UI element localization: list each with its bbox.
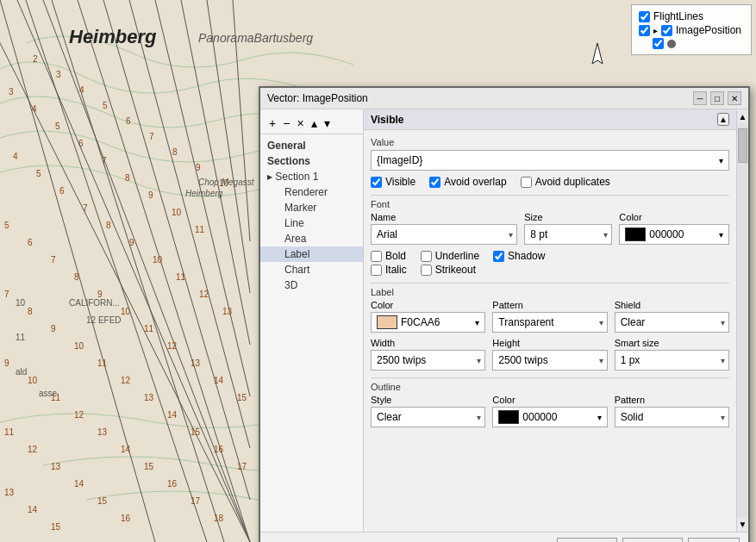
- font-name-select[interactable]: Arial: [371, 224, 517, 245]
- underline-checkbox[interactable]: [421, 251, 432, 262]
- font-color-hex: 000000: [649, 228, 684, 240]
- visible-collapse-btn[interactable]: ▲: [717, 113, 729, 126]
- minimize-btn[interactable]: ─: [693, 91, 707, 105]
- svg-text:15: 15: [191, 427, 201, 437]
- label-smart-size-select-wrap[interactable]: 1 px: [615, 350, 729, 371]
- sidebar-renderer[interactable]: Renderer: [260, 184, 363, 200]
- italic-checkbox[interactable]: [371, 265, 382, 276]
- avoid-overlap-label[interactable]: Avoid overlap: [429, 176, 507, 188]
- svg-text:7: 7: [4, 290, 9, 299]
- sidebar-line[interactable]: Line: [260, 215, 363, 231]
- svg-text:8: 8: [28, 307, 33, 316]
- outline-pattern-select-wrap[interactable]: Solid: [615, 407, 729, 427]
- label-shield-field: Shield Clear: [615, 300, 729, 333]
- bold-label[interactable]: Bold: [371, 250, 407, 262]
- underline-label[interactable]: Underline: [421, 250, 479, 262]
- svg-text:8: 8: [74, 272, 79, 282]
- strikeout-checkbox[interactable]: [421, 265, 432, 276]
- label-shield-select[interactable]: Clear: [615, 312, 729, 333]
- label-color-swatch[interactable]: F0CAA6 ▾: [371, 312, 485, 333]
- label-color-field: Color F0CAA6 ▾: [371, 300, 485, 333]
- sidebar-section1-expand[interactable]: ▸ Section 1: [260, 169, 363, 184]
- value-dropdown[interactable]: {ImageID} ▾: [371, 150, 729, 171]
- layer-flightlines-checkbox[interactable]: [639, 11, 650, 22]
- sidebar-general[interactable]: General: [260, 138, 363, 153]
- bold-checkbox[interactable]: [371, 251, 382, 262]
- visible-checkbox[interactable]: [371, 177, 382, 188]
- font-name-select-wrap[interactable]: Arial: [371, 224, 517, 245]
- avoid-duplicates-checkbox[interactable]: [521, 177, 532, 188]
- avoid-overlap-checkbox[interactable]: [429, 177, 440, 188]
- scroll-up-arrow[interactable]: ▲: [736, 109, 750, 124]
- sidebar-chart[interactable]: Chart: [260, 262, 363, 277]
- label-pattern-label: Pattern: [492, 300, 607, 310]
- scrollbar-track[interactable]: [737, 124, 748, 517]
- visible-label: Visible: [371, 114, 403, 126]
- svg-text:CALIFORN...: CALIFORN...: [69, 298, 120, 308]
- strikeout-label[interactable]: Strikeout: [421, 264, 479, 276]
- outline-style-field: Style Clear: [371, 395, 485, 427]
- svg-text:5: 5: [103, 101, 108, 110]
- ok-button[interactable]: OK: [557, 538, 617, 542]
- avoid-duplicates-text: Avoid duplicates: [535, 176, 610, 188]
- svg-text:17: 17: [191, 496, 201, 506]
- label-pattern-select-wrap[interactable]: Transparent: [492, 312, 607, 333]
- font-section: Font Name Arial Size: [371, 199, 729, 276]
- label-width-select[interactable]: 2500 twips: [371, 350, 485, 371]
- visible-section-header: Visible ▲: [364, 109, 736, 130]
- layer-flightlines[interactable]: FlightLines: [639, 10, 744, 22]
- svg-text:10: 10: [121, 307, 131, 316]
- svg-text:11: 11: [144, 324, 154, 333]
- value-label: Value: [371, 137, 729, 147]
- maximize-btn[interactable]: □: [710, 91, 724, 105]
- svg-text:9: 9: [148, 190, 153, 200]
- outline-pattern-select[interactable]: Solid: [615, 407, 729, 427]
- font-col-2: Underline Strikeout: [421, 250, 479, 276]
- down-btn[interactable]: ▾: [322, 116, 332, 130]
- svg-text:14: 14: [28, 505, 38, 514]
- scrollbar-thumb[interactable]: [738, 128, 747, 163]
- outline-style-select[interactable]: Clear: [371, 407, 485, 427]
- avoid-overlap-text: Avoid overlap: [444, 176, 507, 188]
- up-btn[interactable]: ▴: [309, 116, 319, 130]
- font-size-select-wrap[interactable]: 8 pt: [524, 224, 612, 245]
- layer-imageposition-dot-row: [639, 38, 744, 49]
- label-shield-select-wrap[interactable]: Clear: [615, 312, 729, 333]
- cancel-button[interactable]: Cancel: [622, 538, 683, 542]
- scroll-down-arrow[interactable]: ▼: [736, 517, 750, 532]
- label-row-1: Color F0CAA6 ▾ Pattern Transpar: [371, 300, 729, 333]
- sidebar-area[interactable]: Area: [260, 231, 363, 246]
- label-smart-size-select[interactable]: 1 px: [615, 350, 729, 371]
- label-pattern-select[interactable]: Transparent: [492, 312, 607, 333]
- apply-button[interactable]: Apply: [688, 538, 740, 542]
- font-size-select[interactable]: 8 pt: [524, 224, 612, 245]
- remove-btn[interactable]: −: [281, 116, 291, 130]
- outline-color-swatch[interactable]: 000000 ▾: [492, 407, 607, 427]
- layer-imageposition-checkbox[interactable]: [639, 25, 650, 36]
- svg-text:16: 16: [121, 514, 131, 523]
- sidebar-marker[interactable]: Marker: [260, 200, 363, 215]
- sidebar-label[interactable]: Label: [260, 246, 363, 262]
- label-width-select-wrap[interactable]: 2500 twips: [371, 350, 485, 371]
- shadow-checkbox[interactable]: [493, 251, 504, 262]
- label-height-select-wrap[interactable]: 2500 twips: [492, 350, 607, 371]
- close-btn[interactable]: ✕: [728, 91, 741, 105]
- outline-style-select-wrap[interactable]: Clear: [371, 407, 485, 427]
- font-color-swatch[interactable]: 000000 ▾: [619, 224, 729, 245]
- sidebar-3d[interactable]: 3D: [260, 277, 363, 293]
- add-btn[interactable]: +: [267, 116, 278, 130]
- italic-text: Italic: [385, 264, 407, 276]
- layer-imageposition-sub-checkbox[interactable]: [661, 25, 672, 36]
- avoid-duplicates-label[interactable]: Avoid duplicates: [521, 176, 610, 188]
- font-name-label: Name: [371, 212, 517, 222]
- sidebar-sections[interactable]: Sections: [260, 153, 363, 169]
- layer-imageposition[interactable]: ▸ ImagePosition: [639, 24, 744, 36]
- visible-checkbox-label[interactable]: Visible: [371, 176, 415, 188]
- close-sidebar-btn[interactable]: ×: [295, 116, 305, 130]
- italic-label[interactable]: Italic: [371, 264, 407, 276]
- svg-text:6: 6: [78, 139, 84, 148]
- layer-imageposition-dot-checkbox[interactable]: [653, 38, 664, 49]
- outer-scrollbar[interactable]: ▲ ▼: [736, 109, 748, 532]
- label-height-select[interactable]: 2500 twips: [492, 350, 607, 371]
- shadow-label[interactable]: Shadow: [493, 250, 545, 262]
